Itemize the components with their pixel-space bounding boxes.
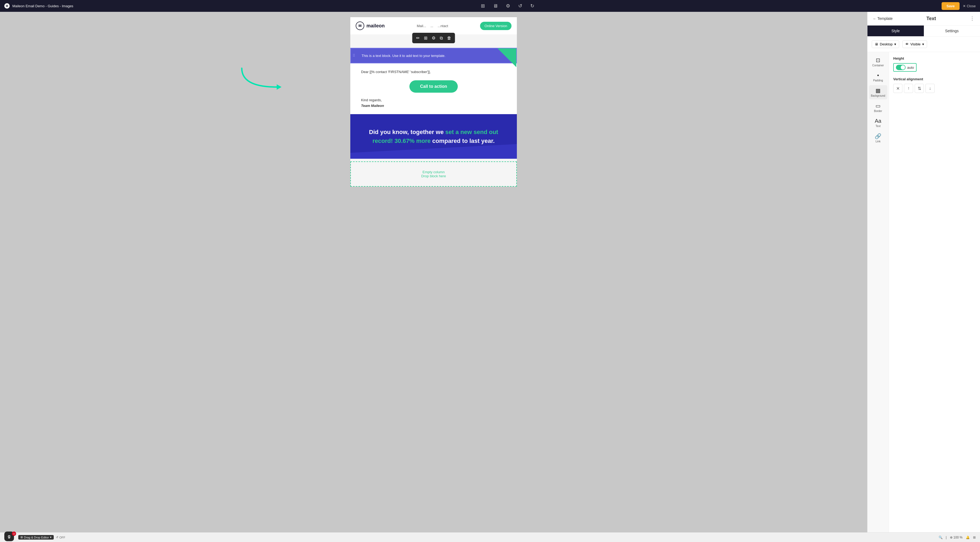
panel-icon-text[interactable]: Aa Text [869,116,887,130]
desktop-icon[interactable]: 🖥 [493,3,498,9]
topbar-right: Save ✕ Close [942,2,976,10]
panel-icon-border[interactable]: ▭ Border [869,100,887,115]
align-none-button[interactable]: ✕ [893,84,902,93]
tab-style[interactable]: Style [867,25,924,36]
bell-icon[interactable]: 🔔 [966,536,970,539]
maileon-logo: ✉ maileon [356,21,385,30]
padding-label: Padding [873,79,883,82]
right-panel: ← Template Text ⋮ Style Settings 🖥 Deskt… [867,12,980,532]
grid-view-icon[interactable]: ⊞ [973,536,976,539]
stats-banner: Did you know, together we set a new send… [350,114,517,159]
nav-item-2: ... [430,24,433,28]
height-auto-label: auto [907,65,914,70]
align-bottom-button[interactable]: ↓ [926,84,935,93]
toolbar-copy-button[interactable]: ⧉ [439,35,444,41]
bottombar-right: 🔍 | ⊕ 100 % 🔔 ⊞ [939,536,976,539]
redo-icon[interactable]: ↻ [530,3,535,9]
padding-icon: ▪ [877,72,879,78]
panel-icon-padding[interactable]: ▪ Padding [869,70,887,84]
canvas-area: ✉ maileon Mail... ... ...ntact Online Ve… [0,12,867,532]
panel-template-label: Template [877,16,893,21]
maileon-logo-icon: ✉ [356,21,364,30]
maileon-logo-text: maileon [366,23,385,29]
height-toggle-container[interactable]: auto [893,63,916,72]
height-label: Height [893,56,976,60]
nav-item-3: ...ntact [438,24,448,28]
cta-button[interactable]: Call to action [409,80,458,93]
text-block-content: This is a text block. Use it to add text… [356,54,445,58]
panel-icon-container[interactable]: ⊡ Container [869,55,887,69]
toolbar-grid-button[interactable]: ⊞ [423,34,428,41]
email-nav: Mail... ... ...ntact [417,24,448,28]
panel-controls: 🖥 Desktop ▾ 👁 Visible ▾ [867,37,980,52]
panel-icon-link[interactable]: 🔗 Link [869,131,887,145]
close-icon: ✕ [963,4,966,8]
app-icon-badge: 12 [12,531,16,536]
undo-icon[interactable]: ↺ [518,3,522,9]
device-chevron-icon: ▾ [894,42,896,46]
zoom-level: 100 % [953,536,963,539]
device-label: Desktop [880,42,893,46]
panel-icon-background[interactable]: ▩ Background [869,85,887,99]
stats-part1: Did you know, together we [369,129,445,135]
grid-layout-icon[interactable]: ⊞ [481,3,485,9]
toolbar-edit-button[interactable]: ✏ [415,34,421,41]
cta-container: Call to action [361,80,506,93]
email-greeting: Dear [[% contact 'FIRSTNAME' 'subscriber… [361,70,506,74]
panel-header: ← Template Text ⋮ [867,12,980,25]
email-header: ✉ maileon Mail... ... ...ntact Online Ve… [350,17,517,34]
height-toggle[interactable] [896,65,905,70]
app-icon: g 12 [4,531,16,542]
online-version-button[interactable]: Online Version [480,22,511,30]
height-row: auto [893,63,976,72]
text-label: Text [875,125,880,127]
bottombar-left: g 12 ⊞ Drag & Drop Editor ▾ ↺ OFF [4,531,65,542]
zoom-control: ⊕ 100 % [950,536,963,539]
panel-more-button[interactable]: ⋮ [970,16,975,21]
empty-column-line2: Drop block here [359,174,508,178]
drag-drop-badge: ⊞ Drag & Drop Editor ▾ [18,535,54,540]
panel-sections: ⊡ Container ▪ Padding ▩ Background ▭ Bor… [867,52,980,532]
visible-chevron-icon: ▾ [922,42,924,46]
panel-back-button[interactable]: ← Template [873,16,893,21]
vertical-alignment-section: Vertical alignment ✕ ↑ ⇅ ↓ [893,77,976,93]
svg-marker-0 [277,84,282,90]
zoom-in-icon[interactable]: | [946,536,947,539]
link-label: Link [875,140,880,143]
email-body: Dear [[% contact 'FIRSTNAME' 'subscriber… [350,64,517,114]
drag-drop-icon: ⊞ [21,536,23,539]
stats-text: Did you know, together we set a new send… [361,127,506,145]
settings-icon[interactable]: ⚙ [506,3,510,9]
empty-column[interactable]: Empty column Drop block here [350,161,517,187]
visible-label: Visible [910,42,921,46]
align-top-button[interactable]: ↑ [904,84,913,93]
topbar: M Maileon Email Demo - Guides - Images ⊞… [0,0,980,12]
zoom-out-icon[interactable]: 🔍 [939,536,943,539]
save-button[interactable]: Save [942,2,959,10]
device-select[interactable]: 🖥 Desktop ▾ [872,40,899,48]
alignment-row: ✕ ↑ ⇅ ↓ [893,84,976,93]
tab-settings[interactable]: Settings [924,25,980,36]
drag-drop-chevron: ▾ [50,536,52,539]
app-logo: M [4,3,10,9]
drag-handle-icon: ⠿ [352,54,355,58]
panel-tabs: Style Settings [867,25,980,37]
panel-title: Text [926,16,936,21]
email-preview: ✉ maileon Mail... ... ...ntact Online Ve… [350,17,517,187]
drag-drop-label: Drag & Drop Editor [24,536,49,539]
container-icon: ⊡ [876,57,880,64]
close-button[interactable]: ✕ Close [963,4,976,8]
main-layout: ✉ maileon Mail... ... ...ntact Online Ve… [0,12,980,532]
text-block-selected[interactable]: ⠿ This is a text block. Use it to add te… [350,48,517,64]
email-team: Team Maileon [361,104,506,108]
app-title: Maileon Email Demo - Guides - Images [12,4,73,8]
toolbar-delete-button[interactable]: 🗑 [446,35,452,41]
align-middle-button[interactable]: ⇅ [915,84,924,93]
empty-column-line1: Empty column [359,170,508,174]
topbar-center: ⊞ 🖥 ⚙ ↺ ↻ [481,3,535,9]
visibility-select[interactable]: 👁 Visible ▾ [902,40,927,48]
toolbar-settings-button[interactable]: ⚙ [431,34,436,41]
panel-properties: Height auto Vertical alignment [889,52,980,532]
arrow-annotation [236,63,290,100]
link-icon: 🔗 [875,133,881,139]
